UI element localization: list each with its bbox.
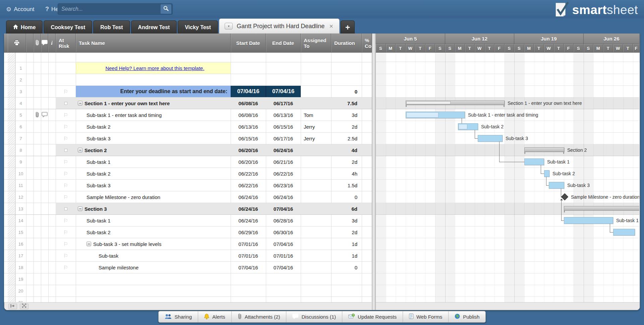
row-number[interactable]: 7 bbox=[15, 133, 26, 144]
row-number[interactable]: 17 bbox=[15, 250, 26, 261]
gantt-bar-row-15[interactable] bbox=[613, 229, 635, 236]
end-date-cell[interactable]: 06/21/16 bbox=[266, 156, 301, 168]
task-cell[interactable]: −Section 1 - enter your own text here bbox=[76, 97, 231, 109]
row-discussion-indicator[interactable] bbox=[41, 109, 48, 121]
at-risk-cell[interactable] bbox=[56, 203, 76, 214]
search-input[interactable] bbox=[58, 6, 161, 12]
start-date-cell[interactable]: 06/22/16 bbox=[231, 168, 266, 179]
tab-close-button[interactable]: × bbox=[329, 20, 334, 32]
start-date-cell[interactable]: 06/08/16 bbox=[231, 97, 266, 109]
row-drag-handle[interactable] bbox=[8, 97, 15, 109]
collapse-toggle[interactable]: − bbox=[78, 148, 82, 152]
gantt-summary-bar-row-4[interactable] bbox=[406, 101, 505, 105]
start-date-cell[interactable]: 06/15/16 bbox=[231, 133, 266, 144]
col-header-duration[interactable]: Duration bbox=[331, 34, 362, 53]
duration-cell[interactable]: 4d bbox=[331, 144, 362, 156]
at-risk-cell[interactable]: ⚐ bbox=[56, 86, 76, 97]
row-number[interactable]: 16 bbox=[15, 238, 26, 250]
row-drag-handle[interactable] bbox=[8, 121, 15, 132]
row-drag-handle[interactable] bbox=[8, 180, 15, 191]
search-button[interactable] bbox=[161, 4, 171, 14]
end-date-cell[interactable]: 06/24/16 bbox=[266, 144, 301, 156]
gantt-bar-row-7[interactable] bbox=[478, 135, 503, 142]
gantt-bar-row-6[interactable] bbox=[458, 123, 478, 130]
task-cell[interactable]: Sub-task 1 bbox=[76, 215, 231, 226]
row-drag-handle[interactable] bbox=[8, 297, 15, 302]
expand-all-button[interactable] bbox=[20, 304, 28, 309]
at-risk-cell[interactable] bbox=[56, 144, 76, 156]
task-cell[interactable]: Sub-task 1 bbox=[76, 156, 231, 168]
col-header-pct-complete[interactable]: %Cor bbox=[362, 34, 372, 53]
task-cell[interactable]: Sub-task 1 - enter task and timing bbox=[76, 109, 231, 121]
row-number[interactable]: 6 bbox=[15, 121, 26, 132]
footer-button-attachments-2[interactable]: Attachments (2) bbox=[232, 311, 287, 322]
tab-vicky-test[interactable]: Vicky Test bbox=[178, 20, 218, 34]
assigned-to-cell[interactable]: Jerry bbox=[301, 133, 331, 144]
task-cell[interactable] bbox=[76, 285, 231, 297]
task-cell[interactable]: Sample milestone bbox=[76, 262, 231, 273]
task-cell[interactable]: Sample Milestone - zero duration bbox=[76, 191, 231, 203]
row-drag-handle[interactable] bbox=[8, 250, 15, 261]
at-risk-cell[interactable] bbox=[56, 74, 76, 85]
tab-rob-test[interactable]: Rob Test bbox=[93, 20, 130, 34]
end-date-cell[interactable]: 06/30/16 bbox=[266, 226, 301, 238]
row-drag-handle[interactable] bbox=[8, 191, 15, 203]
at-risk-cell[interactable] bbox=[56, 297, 76, 302]
task-cell[interactable] bbox=[76, 74, 231, 85]
row-number[interactable]: 3 bbox=[15, 86, 26, 97]
row-number[interactable]: 4 bbox=[15, 97, 26, 109]
end-date-cell[interactable]: 07/04/16 bbox=[266, 262, 301, 273]
row-number[interactable]: 9 bbox=[15, 156, 26, 168]
footer-button-alerts[interactable]: Alerts bbox=[198, 311, 231, 322]
new-sheet-tab-button[interactable]: + bbox=[341, 20, 355, 34]
help-template-link[interactable]: Need Help? Learn more about this templat… bbox=[79, 65, 231, 71]
duration-cell[interactable]: 0 bbox=[331, 191, 362, 203]
assigned-to-cell[interactable]: Jerry bbox=[301, 121, 331, 132]
at-risk-cell[interactable]: ⚐ bbox=[56, 215, 76, 226]
row-drag-handle[interactable] bbox=[8, 109, 15, 121]
col-header-info[interactable]: i bbox=[48, 34, 56, 53]
footer-button-publish[interactable]: Publish bbox=[449, 311, 485, 322]
row-drag-handle[interactable] bbox=[8, 238, 15, 250]
col-header-rowmenu[interactable] bbox=[26, 34, 34, 53]
duration-cell[interactable]: 0 bbox=[331, 262, 362, 273]
row-drag-handle[interactable] bbox=[8, 156, 15, 168]
row-number[interactable]: 2 bbox=[15, 74, 26, 85]
end-date-cell[interactable]: 06/13/16 bbox=[266, 109, 301, 121]
task-cell[interactable]: −Sub-task 3 - set multiple levels bbox=[76, 238, 231, 250]
at-risk-cell[interactable]: ⚐ bbox=[56, 238, 76, 250]
at-risk-cell[interactable]: ⚐ bbox=[56, 262, 76, 273]
task-cell[interactable]: Sub-task 2 bbox=[76, 121, 231, 132]
row-drag-handle[interactable] bbox=[8, 262, 15, 273]
end-date-cell[interactable]: 06/22/16 bbox=[266, 168, 301, 179]
row-drag-handle[interactable] bbox=[8, 74, 15, 85]
end-date-cell[interactable]: 06/28/16 bbox=[266, 215, 301, 226]
col-header-discussions[interactable] bbox=[41, 34, 48, 53]
at-risk-cell[interactable]: ⚐ bbox=[56, 180, 76, 191]
at-risk-cell[interactable]: ⚐ bbox=[56, 191, 76, 203]
duration-cell[interactable]: 2d bbox=[331, 226, 362, 238]
task-cell[interactable]: Sub-task 2 bbox=[76, 168, 231, 179]
collapse-toggle[interactable]: − bbox=[78, 101, 82, 106]
task-cell[interactable]: Sub-task 3 bbox=[76, 133, 231, 144]
row-number[interactable]: 14 bbox=[15, 215, 26, 226]
row-number[interactable]: 20 bbox=[15, 285, 26, 297]
collapse-toggle[interactable]: − bbox=[78, 206, 82, 211]
row-drag-handle[interactable] bbox=[8, 168, 15, 179]
row-number[interactable]: 11 bbox=[15, 180, 26, 191]
footer-button-discussions-1[interactable]: Discussions (1) bbox=[287, 311, 343, 322]
end-date-cell[interactable]: 07/04/16 bbox=[266, 86, 301, 97]
footer-button-web-forms[interactable]: Web Forms bbox=[403, 311, 449, 322]
at-risk-cell[interactable]: ⚐ bbox=[56, 133, 76, 144]
at-risk-cell[interactable] bbox=[56, 285, 76, 297]
row-number[interactable]: 10 bbox=[15, 168, 26, 179]
start-date-cell[interactable]: 06/08/16 bbox=[231, 109, 266, 121]
row-number[interactable]: 8 bbox=[15, 144, 26, 156]
start-date-cell[interactable]: 06/13/16 bbox=[231, 121, 266, 132]
task-cell[interactable]: Sub-task bbox=[76, 250, 231, 261]
duration-cell[interactable]: 2d bbox=[331, 156, 362, 168]
row-number[interactable]: 19 bbox=[15, 273, 26, 285]
duration-cell[interactable]: 6d bbox=[331, 203, 362, 214]
task-cell[interactable] bbox=[76, 297, 231, 302]
tab-andrew-test[interactable]: Andrew Test bbox=[131, 20, 177, 34]
